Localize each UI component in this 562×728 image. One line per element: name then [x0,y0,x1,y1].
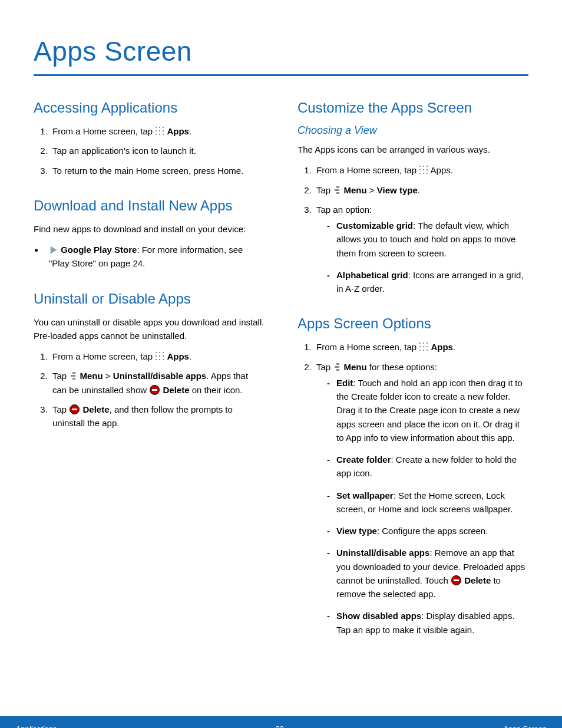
options-steps: From a Home screen, tap Apps. Tap Menu f… [297,340,528,637]
step: Tap Menu for these options: Edit: Touch … [314,360,528,637]
text: Tap [316,185,333,195]
paragraph: Find new apps to download and install on… [34,222,265,236]
heading-accessing-apps: Accessing Applications [34,100,265,116]
apps-icon [156,352,164,360]
step: From a Home screen, tap Apps. [314,163,528,177]
step: Tap Menu > Uninstall/disable apps. Apps … [50,369,265,397]
text: Apps. [431,165,453,175]
svg-marker-0 [51,246,57,253]
step: From a Home screen, tap Apps. [314,340,528,354]
list-item: Uninstall/disable apps: Remove an app th… [327,546,528,601]
text: View type [336,526,377,536]
step: Tap Menu > View type. [314,183,528,197]
text: From a Home screen, tap [316,342,419,352]
text: Delete [83,404,110,414]
text: Alphabetical grid [336,270,408,280]
text: Delete [163,385,189,395]
uninstall-steps: From a Home screen, tap Apps. Tap Menu >… [34,350,265,430]
step: Tap an application's icon to launch it. [50,144,265,157]
text: . [453,342,455,352]
text: Apps [167,126,189,136]
customize-steps: From a Home screen, tap Apps. Tap Menu >… [297,163,528,295]
download-list: Google Play Store: For more information,… [34,243,265,271]
heading-apps-options: Apps Screen Options [297,315,528,332]
text: Show disabled apps [336,611,421,621]
text: From a Home screen, tap [52,126,155,136]
page-footer: Applications 22 Apps Screen [0,716,562,728]
text: . [189,126,191,136]
menu-icon [333,186,340,195]
list-item: Edit: Touch and hold an app icon then dr… [327,376,528,444]
text: Uninstall/disable apps [113,371,206,381]
text: on their icon. [189,385,242,395]
list-item: Create folder: Create a new folder to ho… [327,453,528,480]
text: Tap [52,404,69,414]
footer-right: Apps Screen [503,724,547,729]
text: Menu [344,185,367,195]
text: Menu [344,362,367,372]
subheading-choosing-view: Choosing a View [297,124,528,137]
step: From a Home screen, tap Apps. [50,350,265,363]
text: Customizable grid [336,220,413,230]
text: Google Play Store [61,245,137,255]
text: Menu [80,371,103,381]
list-item: View type: Configure the apps screen. [327,524,528,538]
apps-icon [419,166,428,174]
text: Uninstall/disable apps [336,548,429,558]
text: Tap [52,371,69,381]
menu-options: Edit: Touch and hold an app icon then dr… [316,376,528,637]
text: > [103,371,113,381]
text: Delete [464,575,491,585]
text: Apps [431,342,453,352]
play-store-icon [49,244,58,252]
apps-icon [156,127,164,135]
text: : Configure the apps screen. [377,526,488,536]
text: View type [377,185,418,195]
delete-icon [451,575,461,585]
list-item: Set wallpaper: Set the Home screen, Lock… [327,489,528,516]
menu-icon [333,363,340,371]
step: To return to the main Home screen, press… [50,164,265,177]
text: Tap an option: [316,205,372,215]
page-title: Apps Screen [34,35,528,67]
right-column: Customize the Apps Screen Choosing a Vie… [297,100,528,645]
paragraph: The Apps icons can be arranged in variou… [297,143,528,156]
step: Tap Delete, and then follow the prompts … [50,403,265,430]
text: From a Home screen, tap [52,351,155,361]
step: From a Home screen, tap Apps. [50,124,265,138]
text: for these options: [367,362,437,372]
footer-left: Applications [15,724,57,729]
list-item: Show disabled apps: Display disabled app… [327,609,528,637]
delete-icon [70,404,80,414]
text: > [367,185,377,195]
heading-customize-apps: Customize the Apps Screen [297,100,528,116]
accessing-steps: From a Home screen, tap Apps. Tap an app… [34,124,265,177]
text: . [189,351,191,361]
text: Apps [167,351,189,361]
list-item: Alphabetical grid: Icons are arranged in… [327,268,528,296]
delete-icon [150,385,160,395]
list-item: Customizable grid: The default view, whi… [327,219,528,260]
apps-icon [419,342,428,351]
list-item: Google Play Store: For more information,… [44,243,265,271]
text: , and then follow the prompts to uninsta… [52,404,233,428]
paragraph: You can uninstall or disable apps you do… [34,315,265,343]
menu-icon [70,372,77,380]
heading-download-install: Download and Install New Apps [34,197,265,214]
title-rule [34,74,528,76]
text: : Touch and hold an app icon then drag i… [336,378,523,443]
text: . [418,185,420,195]
heading-uninstall-disable: Uninstall or Disable Apps [34,291,265,307]
text: From a Home screen, tap [316,165,419,175]
left-column: Accessing Applications From a Home scree… [34,100,265,645]
text: Create folder [336,454,391,465]
view-options: Customizable grid: The default view, whi… [316,219,528,295]
text: Tap [316,362,333,372]
text: Set wallpaper [336,490,394,500]
step: Tap an option: Customizable grid: The de… [314,203,528,296]
footer-page-number: 22 [276,724,284,729]
text: Edit [336,378,353,388]
